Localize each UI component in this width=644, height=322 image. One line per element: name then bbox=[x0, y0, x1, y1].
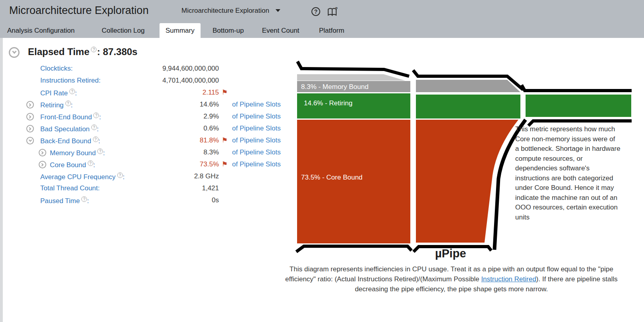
metric-value: 0s bbox=[24, 196, 219, 204]
metric-value: 81.8% bbox=[24, 136, 219, 144]
elapsed-time-label: Elapsed Time bbox=[28, 46, 89, 57]
metric-value: 1,421 bbox=[24, 184, 219, 192]
metric-value: 14.6% bbox=[24, 101, 219, 109]
app-header: Microarchitecture Exploration Microarchi… bbox=[0, 0, 644, 23]
upipe-core-bound-band bbox=[297, 120, 410, 243]
upipe-retiring-band-2 bbox=[416, 95, 520, 119]
pipeline-slots-link[interactable]: of Pipeline Slots bbox=[232, 101, 281, 109]
summary-pane: Elapsed Time?: 87.380s Clockticks: 9,944… bbox=[0, 38, 644, 322]
upipe-title: µPipe bbox=[407, 247, 494, 260]
metric-value: 2.115 bbox=[24, 89, 219, 97]
tab-collection-log[interactable]: Collection Log bbox=[102, 23, 145, 38]
metric-row-paused-time: Paused Time?: 0s bbox=[24, 195, 287, 207]
metric-row-memory-bound: Memory Bound?: 8.3% of Pipeline Slots bbox=[24, 147, 287, 159]
instruction-retired-link[interactable]: Instruction Retired bbox=[481, 275, 536, 283]
metric-row-back-end-bound: Back-End Bound?: 81.8% ⚑ of Pipeline Slo… bbox=[24, 135, 287, 147]
metric-row-core-bound: Core Bound?: 73.5% ⚑ of Pipeline Slots bbox=[24, 159, 287, 171]
chevron-down-icon bbox=[276, 9, 280, 12]
guide-book-icon[interactable]: ? bbox=[327, 6, 338, 18]
metric-row-clockticks: Clockticks: 9,944,600,000,000 bbox=[24, 63, 287, 75]
upipe-outline-top-1 bbox=[297, 61, 409, 76]
flag-icon: ⚑ bbox=[222, 88, 228, 97]
flag-icon: ⚑ bbox=[222, 136, 228, 144]
analysis-type-dropdown[interactable]: Microarchitecture Exploration bbox=[181, 7, 280, 15]
metric-row-average-cpu-frequency: Average CPU Frequency?: 2.8 GHz bbox=[24, 171, 287, 183]
upipe-memory-bound-band-2 bbox=[416, 80, 520, 92]
upipe-retiring-label: 14.6% - Retiring bbox=[304, 99, 353, 107]
pipeline-slots-link[interactable]: of Pipeline Slots bbox=[232, 124, 281, 132]
metric-row-cpi-rate: CPI Rate?: 2.115 ⚑ bbox=[24, 87, 287, 99]
tab-bottom-up[interactable]: Bottom-up bbox=[213, 23, 244, 38]
tab-platform[interactable]: Platform bbox=[319, 23, 344, 38]
pipeline-slots-link[interactable]: of Pipeline Slots bbox=[232, 113, 281, 121]
left-edge-strip bbox=[0, 38, 3, 322]
page-title: Microarchitecture Exploration bbox=[9, 4, 149, 17]
metric-row-retiring: Retiring?: 14.6% of Pipeline Slots bbox=[24, 99, 287, 111]
upipe-core-bound-label: 73.5% - Core Bound bbox=[301, 174, 362, 181]
help-icon[interactable]: ? bbox=[311, 7, 320, 16]
metric-value: 8.3% bbox=[24, 148, 219, 156]
svg-text:?: ? bbox=[335, 6, 338, 11]
pipeline-slots-link[interactable]: of Pipeline Slots bbox=[232, 148, 281, 156]
chevron-down-icon bbox=[12, 49, 16, 53]
metric-value: 2.9% bbox=[24, 113, 219, 121]
pipeline-slots-link[interactable]: of Pipeline Slots bbox=[232, 136, 281, 144]
metric-row-front-end-bound: Front-End Bound?: 2.9% of Pipeline Slots bbox=[24, 111, 287, 123]
upipe-outline-bottom-1 bbox=[296, 246, 412, 252]
metric-value: 0.6% bbox=[24, 124, 219, 132]
tab-analysis-configuration[interactable]: Analysis Configuration bbox=[7, 23, 75, 38]
elapsed-time-collapse-icon[interactable] bbox=[9, 47, 20, 58]
analysis-type-dropdown-label: Microarchitecture Exploration bbox=[181, 7, 269, 14]
metric-value: 4,701,400,000,000 bbox=[24, 77, 219, 85]
metric-row-bad-speculation: Bad Speculation?: 0.6% of Pipeline Slots bbox=[24, 123, 287, 135]
metric-row-instructions-retired: Instructions Retired: 4,701,400,000,000 bbox=[24, 75, 287, 87]
upipe-core-bound-band-2 bbox=[416, 120, 518, 243]
upipe-memory-bound-label: 8.3% - Memory Bound bbox=[301, 83, 368, 91]
flag-icon: ⚑ bbox=[222, 160, 228, 168]
elapsed-time-value: : 87.380s bbox=[97, 46, 137, 57]
metric-row-total-thread-count: Total Thread Count: 1,421 bbox=[24, 183, 287, 195]
tab-summary[interactable]: Summary bbox=[160, 23, 201, 38]
help-icon[interactable]: ? bbox=[91, 47, 97, 52]
upipe-description: This diagram represents inefficiencies i… bbox=[284, 264, 619, 294]
tab-event-count[interactable]: Event Count bbox=[262, 23, 299, 38]
core-bound-tooltip: This metric represents how much Core non… bbox=[515, 124, 620, 249]
metric-value: 73.5% bbox=[24, 160, 219, 168]
tab-bar: Analysis Configuration Collection Log Su… bbox=[0, 23, 644, 38]
upipe-outline-top-3 bbox=[522, 85, 632, 91]
upipe-frontend-strip bbox=[297, 74, 405, 81]
pipeline-slots-link[interactable]: of Pipeline Slots bbox=[232, 160, 281, 168]
metric-value: 2.8 GHz bbox=[24, 172, 219, 180]
elapsed-time-heading: Elapsed Time?: 87.380s bbox=[28, 46, 138, 57]
upipe-output-band bbox=[526, 95, 631, 117]
metric-value: 9,944,600,000,000 bbox=[24, 65, 219, 73]
